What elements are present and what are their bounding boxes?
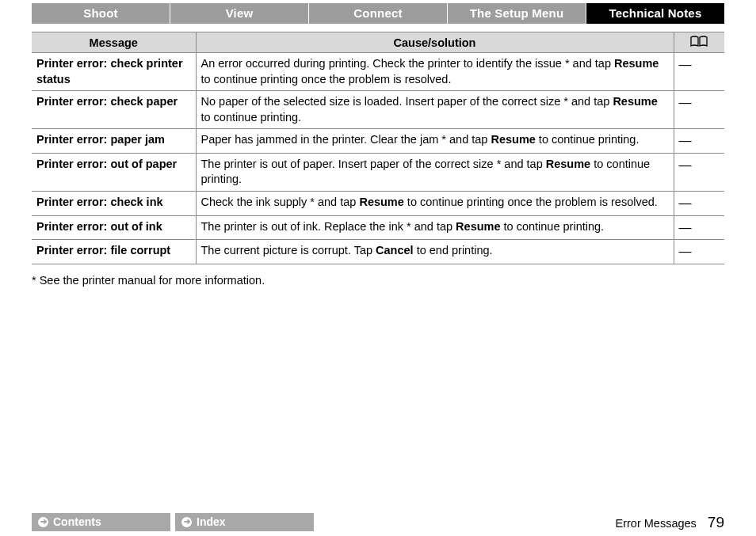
footer: ➔ Contents ➔ Index Error Messages 79 — [32, 513, 724, 531]
cell-reference: — — [674, 91, 724, 129]
section-title: Error Messages — [616, 517, 697, 530]
index-button[interactable]: ➔ Index — [175, 513, 314, 531]
cause-bold: Resume — [613, 95, 657, 108]
cell-message: Printer error: out of ink — [32, 215, 196, 240]
cell-reference: — — [674, 240, 724, 264]
cell-cause: Paper has jammed in the printer. Clear t… — [196, 129, 674, 154]
contents-button[interactable]: ➔ Contents — [32, 513, 170, 531]
cell-cause: No paper of the selected size is loaded.… — [196, 91, 674, 129]
table-row: Printer error: check printer status An e… — [32, 53, 724, 91]
header-message: Message — [32, 32, 196, 53]
footer-right: Error Messages 79 — [616, 514, 724, 531]
cause-bold: Resume — [456, 220, 500, 233]
cell-reference: — — [674, 215, 724, 240]
tab-setup-menu[interactable]: The Setup Menu — [448, 3, 586, 24]
cause-bold: Resume — [614, 57, 659, 70]
cell-reference: — — [674, 191, 724, 215]
cell-reference: — — [674, 129, 724, 154]
cause-text: An error occurred during printing. Check… — [201, 57, 614, 70]
tab-shoot[interactable]: Shoot — [32, 3, 170, 24]
cause-bold: Resume — [546, 158, 590, 170]
cell-reference: — — [674, 53, 724, 91]
table-row: Printer error: out of paper The printer … — [32, 153, 724, 191]
cause-text: to continue printing once the problem is… — [201, 73, 452, 86]
cause-text: The printer is out of ink. Replace the i… — [201, 220, 456, 233]
cause-bold: Resume — [359, 196, 403, 208]
table-body: Printer error: check printer status An e… — [32, 53, 724, 264]
table-row: Printer error: check ink Check the ink s… — [32, 191, 724, 215]
cell-cause: The printer is out of ink. Replace the i… — [196, 215, 674, 240]
table-row: Printer error: paper jam Paper has jamme… — [32, 129, 724, 154]
header-cause: Cause/solution — [196, 32, 674, 53]
cell-message: Printer error: paper jam — [32, 129, 196, 154]
cell-message: Printer error: check ink — [32, 191, 196, 215]
cause-text: to continue printing once the problem is… — [404, 196, 658, 208]
tab-bar: Shoot View Connect The Setup Menu Techni… — [32, 3, 724, 24]
error-table: Message Cause/solution Printer error: ch… — [32, 32, 724, 264]
cell-reference: — — [674, 153, 724, 191]
footnote: * See the printer manual for more inform… — [32, 274, 724, 287]
index-label: Index — [197, 515, 226, 528]
contents-label: Contents — [53, 515, 101, 528]
table-row: Printer error: out of ink The printer is… — [32, 215, 724, 240]
arrow-icon: ➔ — [38, 517, 48, 527]
cause-text: to end printing. — [414, 244, 493, 257]
cause-text: to continue printing. — [536, 133, 640, 146]
page: Shoot View Connect The Setup Menu Techni… — [0, 3, 756, 536]
tab-connect[interactable]: Connect — [309, 3, 448, 24]
cell-cause: Check the ink supply * and tap Resume to… — [196, 191, 674, 215]
page-number: 79 — [708, 514, 724, 531]
cause-text: The printer is out of paper. Insert pape… — [201, 158, 546, 170]
cause-bold: Resume — [491, 133, 535, 146]
cell-message: Printer error: file corrupt — [32, 240, 196, 264]
cell-message: Printer error: out of paper — [32, 153, 196, 191]
cell-cause: The current picture is corrupt. Tap Canc… — [196, 240, 674, 264]
cause-bold: Cancel — [376, 244, 414, 257]
tab-technical-notes[interactable]: Technical Notes — [586, 3, 724, 24]
header-reference — [674, 32, 724, 53]
cell-message: Printer error: check printer status — [32, 53, 196, 91]
table-row: Printer error: file corrupt The current … — [32, 240, 724, 264]
cause-text: The current picture is corrupt. Tap — [201, 244, 376, 257]
book-icon — [690, 36, 708, 47]
tab-view[interactable]: View — [170, 3, 309, 24]
cause-text: Paper has jammed in the printer. Clear t… — [201, 133, 491, 146]
cause-text: No paper of the selected size is loaded.… — [201, 95, 613, 108]
cell-message: Printer error: check paper — [32, 91, 196, 129]
arrow-icon: ➔ — [181, 517, 192, 527]
table-header-row: Message Cause/solution — [32, 32, 724, 53]
cause-text: Check the ink supply * and tap — [201, 196, 360, 208]
cause-text: to continue printing. — [201, 111, 302, 124]
table-row: Printer error: check paper No paper of t… — [32, 91, 724, 129]
cell-cause: The printer is out of paper. Insert pape… — [196, 153, 674, 191]
cell-cause: An error occurred during printing. Check… — [196, 53, 674, 91]
cause-text: to continue printing. — [501, 220, 605, 233]
